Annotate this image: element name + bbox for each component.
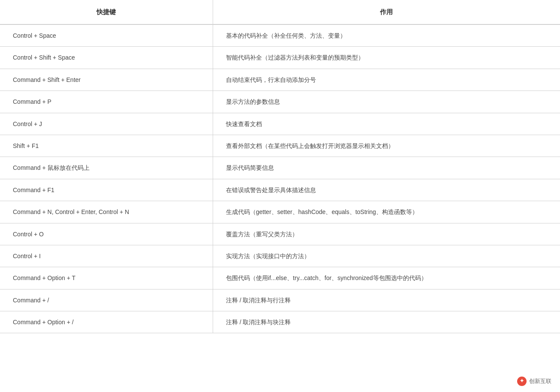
shortcut-description: 查看外部文档（在某些代码上会触发打开浏览器显示相关文档）: [213, 135, 560, 157]
shortcut-description: 基本的代码补全（补全任何类、方法、变量）: [213, 24, 560, 47]
shortcut-description: 自动结束代码，行末自动添加分号: [213, 69, 560, 90]
shortcut-key: Command + F1: [0, 179, 213, 201]
table-row: Control + O覆盖方法（重写父类方法）: [0, 223, 560, 245]
table-row: Command + F1在错误或警告处显示具体描述信息: [0, 179, 560, 201]
table-row: Command + N, Control + Enter, Control + …: [0, 201, 560, 223]
table-row: Command + 鼠标放在代码上显示代码简要信息: [0, 157, 560, 179]
table-row: Control + Shift + Space智能代码补全（过滤器方法列表和变量…: [0, 47, 560, 69]
shortcut-description: 包围代码（使用if...else、try...catch、for、synchro…: [213, 267, 560, 289]
shortcut-description: 生成代码（getter、setter、hashCode、equals、toStr…: [213, 201, 560, 223]
shortcut-description: 实现方法（实现接口中的方法）: [213, 245, 560, 267]
shortcut-description: 注释 / 取消注释与块注释: [213, 311, 560, 333]
shortcut-key: Control + I: [0, 245, 213, 267]
shortcut-key: Control + J: [0, 113, 213, 135]
shortcut-description: 注释 / 取消注释与行注释: [213, 289, 560, 311]
shortcut-key: Command + Option + /: [0, 311, 213, 333]
watermark: ✦ 创新互联: [517, 377, 551, 386]
page-wrapper: 快捷键 作用 Control + Space基本的代码补全（补全任何类、方法、变…: [0, 0, 560, 392]
shortcut-table: 快捷键 作用 Control + Space基本的代码补全（补全任何类、方法、变…: [0, 0, 560, 333]
table-row: Command + /注释 / 取消注释与行注释: [0, 289, 560, 311]
watermark-logo-text: ✦: [520, 377, 524, 385]
shortcut-description: 智能代码补全（过滤器方法列表和变量的预期类型）: [213, 47, 560, 69]
table-row: Command + P显示方法的参数信息: [0, 91, 560, 113]
table-row: Control + I实现方法（实现接口中的方法）: [0, 245, 560, 267]
shortcut-key: Shift + F1: [0, 135, 213, 157]
shortcut-key: Command + Option + T: [0, 267, 213, 289]
shortcut-key: Command + P: [0, 91, 213, 113]
shortcut-description: 显示方法的参数信息: [213, 91, 560, 113]
table-row: Control + J快速查看文档: [0, 113, 560, 135]
table-row: Control + Space基本的代码补全（补全任何类、方法、变量）: [0, 24, 560, 47]
header-val: 作用: [213, 0, 560, 24]
table-row: Shift + F1查看外部文档（在某些代码上会触发打开浏览器显示相关文档）: [0, 135, 560, 157]
watermark-label: 创新互联: [529, 377, 551, 386]
watermark-logo: ✦: [517, 377, 527, 386]
shortcut-key: Command + /: [0, 289, 213, 311]
shortcut-description: 显示代码简要信息: [213, 157, 560, 179]
shortcut-description: 快速查看文档: [213, 113, 560, 135]
header-key: 快捷键: [0, 0, 213, 24]
shortcut-key: Command + N, Control + Enter, Control + …: [0, 201, 213, 223]
shortcut-key: Control + Shift + Space: [0, 47, 213, 69]
table-row: Command + Shift + Enter自动结束代码，行末自动添加分号: [0, 69, 560, 90]
shortcut-key: Control + Space: [0, 24, 213, 47]
shortcut-key: Command + Shift + Enter: [0, 69, 213, 90]
table-row: Command + Option + T包围代码（使用if...else、try…: [0, 267, 560, 289]
shortcut-key: Command + 鼠标放在代码上: [0, 157, 213, 179]
table-row: Command + Option + /注释 / 取消注释与块注释: [0, 311, 560, 333]
shortcut-description: 覆盖方法（重写父类方法）: [213, 223, 560, 245]
shortcut-key: Control + O: [0, 223, 213, 245]
shortcut-description: 在错误或警告处显示具体描述信息: [213, 179, 560, 201]
